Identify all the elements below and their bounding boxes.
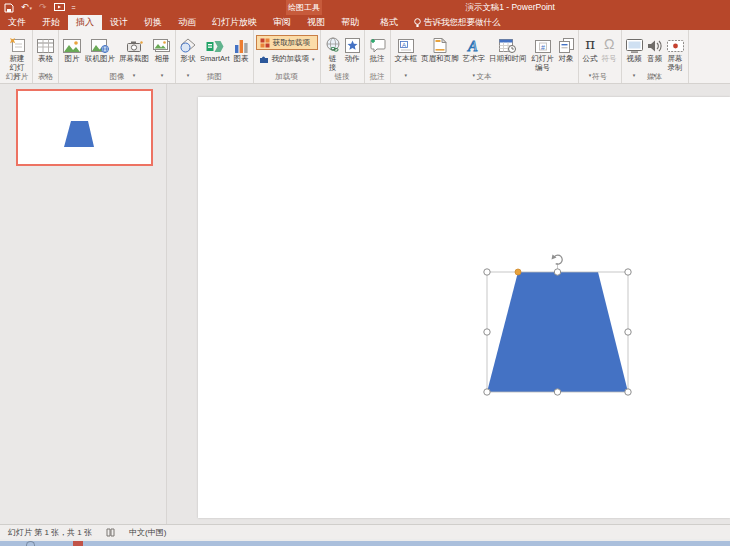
trapezoid-shape[interactable] [487,272,628,392]
link-label: 链接 [328,54,337,72]
action-button[interactable]: 动作 [343,32,362,63]
group-media: 视频 音频 屏幕录制 媒体 [622,30,689,83]
header-footer-icon [433,32,447,54]
table-label: 表格 [38,54,53,63]
group-links: 链接 动作 链接 [321,30,365,83]
screenshot-icon [126,32,143,54]
group-symbols: 公式 符号 符号 [579,30,622,83]
group-images: 图片 联机图片 屏幕截图 相册 [59,30,176,83]
group-text: A 文本框 页眉和页脚 A 艺术字 [391,30,579,83]
tab-slideshow[interactable]: 幻灯片放映 [204,15,265,30]
svg-text:A: A [402,42,406,48]
ribbon: 新建幻灯片 幻灯片 表格 表格 图片 [0,30,730,84]
powerpoint-window: = 绘图工具 演示文稿1 - PowerPoint 文件 开始 插入 设计 切换… [0,0,730,546]
screenshot-label: 屏幕截图 [119,54,149,63]
group-slides: 新建幻灯片 幻灯片 [2,30,33,83]
slide-counter: 幻灯片 第 1 张，共 1 张 [8,527,92,538]
my-addins-dropdown [312,53,315,64]
smartart-label: SmartArt [200,54,230,63]
get-addins-icon [260,38,270,48]
svg-text:#: # [541,44,545,51]
audio-label: 音频 [647,54,662,63]
tab-review[interactable]: 审阅 [265,15,299,30]
tab-design[interactable]: 设计 [102,15,136,30]
tab-help[interactable]: 帮助 [333,15,367,30]
my-addins-button[interactable]: 我的加载项 [256,52,318,65]
slide-number-label: 幻灯片编号 [531,54,555,72]
tab-transitions[interactable]: 切换 [136,15,170,30]
online-pictures-icon [91,32,109,54]
rotate-handle-icon[interactable] [552,255,563,265]
online-pictures-button[interactable]: 联机图片 [83,32,117,63]
windows-taskbar-edge [0,539,730,546]
group-label-images: 图像 [59,72,175,82]
smartart-button[interactable]: SmartArt [198,32,232,63]
slide-thumbnail-panel [0,84,167,524]
picture-button[interactable]: 图片 [61,32,83,63]
slide-number-button[interactable]: # 幻灯片编号 [529,32,557,72]
smartart-icon [206,32,224,54]
group-label-symbols: 符号 [579,72,621,82]
slide-thumbnail-1[interactable] [16,89,153,166]
group-label-slides: 幻灯片 [2,72,32,82]
group-label-text: 文本 [391,72,578,82]
object-button[interactable]: 对象 [557,32,576,63]
adjust-handle[interactable] [515,269,521,275]
chart-button[interactable]: 图表 [232,32,251,63]
object-icon [559,32,574,54]
quick-access-toolbar: = [4,1,76,14]
screen-recording-label: 屏幕录制 [667,54,684,72]
customize-qat-icon[interactable]: = [72,1,76,14]
tab-view[interactable]: 视图 [299,15,333,30]
comment-button[interactable]: 批注 [367,32,388,63]
redo-icon [39,1,47,14]
header-footer-label: 页眉和页脚 [421,54,459,63]
header-footer-button[interactable]: 页眉和页脚 [419,32,461,63]
proofing-icon[interactable] [106,528,115,537]
photo-album-label: 相册 [155,54,170,63]
get-addins-button[interactable]: 获取加载项 [256,35,318,50]
selected-shape-layer [480,248,640,400]
tell-me-box[interactable]: 告诉我您想要做什么 [406,15,509,30]
tab-insert[interactable]: 插入 [68,15,102,30]
tab-format[interactable]: 格式 [372,15,406,30]
link-button[interactable]: 链接 [323,32,343,72]
taskbar-powerpoint-icon [73,541,83,546]
taskbar-circle-icon [26,541,35,546]
tab-file[interactable]: 文件 [0,15,34,30]
tell-me-label: 告诉我您想要做什么 [424,17,501,29]
status-bar: 幻灯片 第 1 张，共 1 张 中文(中国) [0,524,730,539]
new-slide-icon [9,32,26,54]
table-icon [37,32,54,54]
slide-canvas[interactable] [198,97,730,518]
shapes-label: 形状 [181,54,196,63]
video-icon [626,32,643,54]
start-slideshow-icon[interactable] [54,3,65,12]
drawing-tools-header: 绘图工具 [286,0,322,15]
my-addins-label: 我的加载项 [272,53,310,64]
shapes-icon [180,32,196,54]
tab-animations[interactable]: 动画 [170,15,204,30]
online-pictures-label: 联机图片 [85,54,115,63]
text-box-icon: A [398,32,414,54]
text-box-label: 文本框 [395,54,418,63]
screen-recording-button[interactable]: 屏幕录制 [665,32,686,72]
chart-label: 图表 [234,54,249,63]
thumbnail-trapezoid-shape [18,91,151,164]
equation-pi-icon [585,32,595,54]
date-time-button[interactable]: 日期和时间 [487,32,529,63]
save-icon[interactable] [4,3,14,13]
comment-icon [369,32,386,54]
language-indicator[interactable]: 中文(中国) [129,527,166,538]
ribbon-tab-bar: 文件 开始 插入 设计 切换 动画 幻灯片放映 审阅 视图 帮助 格式 告诉我您… [0,15,730,30]
symbol-omega-icon [604,32,614,54]
lightbulb-icon [414,18,421,28]
object-label: 对象 [559,54,574,63]
date-time-icon [499,32,516,54]
slide-number-icon: # [535,32,551,54]
tab-home[interactable]: 开始 [34,15,68,30]
audio-icon [647,32,663,54]
group-label-media: 媒体 [622,72,688,82]
undo-icon[interactable] [21,1,32,15]
group-label-comments: 批注 [365,72,390,82]
